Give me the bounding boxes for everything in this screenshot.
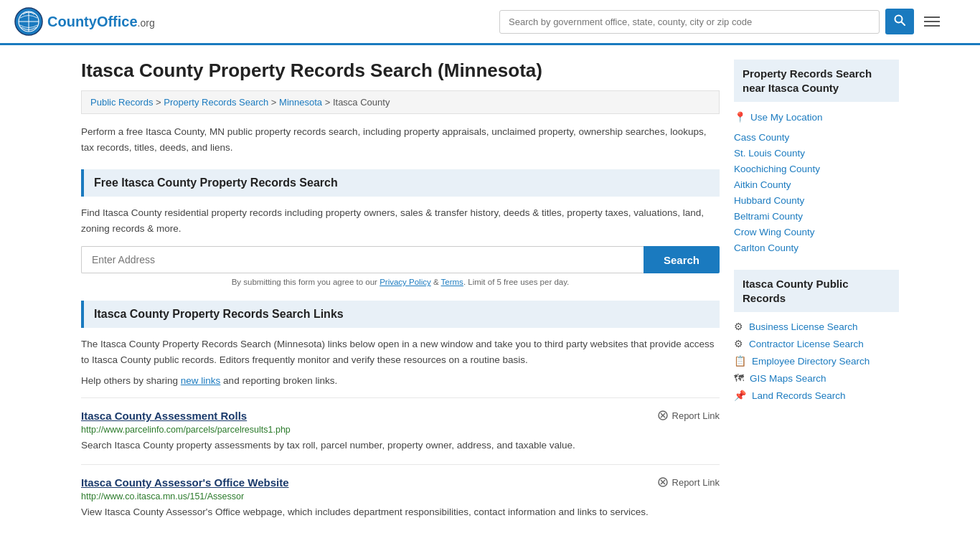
- employee-icon: 📋: [734, 355, 746, 367]
- list-item: Crow Wing County: [734, 224, 899, 240]
- list-item: ⚙ Contractor License Search: [734, 335, 899, 352]
- logo-text: CountyOffice.org: [47, 14, 155, 30]
- nearby-county-crowwing[interactable]: Crow Wing County: [734, 227, 815, 237]
- link-assessment-rolls[interactable]: Itasca County Assessment Rolls: [81, 410, 247, 422]
- gear-icon: ⚙: [734, 321, 743, 332]
- list-item: Carlton County: [734, 240, 899, 255]
- menu-button[interactable]: [920, 12, 944, 31]
- link-url-0: http://www.parcelinfo.com/parcels/parcel…: [81, 425, 720, 435]
- contractor-license-link[interactable]: Contractor License Search: [749, 339, 864, 349]
- list-item: St. Louis County: [734, 145, 899, 161]
- free-search-description: Find Itasca County residential property …: [81, 205, 720, 236]
- free-search-section: Free Itasca County Property Records Sear…: [81, 169, 720, 286]
- breadcrumb-property-records[interactable]: Property Records Search: [164, 97, 268, 108]
- address-input[interactable]: [81, 246, 644, 273]
- link-item-title: Itasca County Assessor's Office Website: [81, 476, 289, 489]
- location-pin-icon: 📍: [734, 111, 746, 123]
- header: CountyOffice.org: [0, 0, 980, 45]
- nearby-county-cass[interactable]: Cass County: [734, 132, 789, 143]
- nearby-county-koochiching[interactable]: Koochiching County: [734, 164, 820, 174]
- logo-icon: [14, 7, 43, 36]
- gis-maps-link[interactable]: GIS Maps Search: [750, 373, 826, 384]
- list-item: 📌 Land Records Search: [734, 387, 899, 404]
- list-item: Cass County: [734, 129, 899, 145]
- new-links-link[interactable]: new links: [181, 375, 221, 386]
- links-section: Itasca County Property Records Search Li…: [81, 301, 720, 531]
- main-container: Itasca County Property Records Search (M…: [67, 45, 913, 551]
- link-item: Itasca County Assessor's Office Website …: [81, 464, 720, 531]
- land-records-icon: 📌: [734, 390, 746, 401]
- public-records-list: ⚙ Business License Search ⚙ Contractor L…: [734, 318, 899, 404]
- list-item: Beltrami County: [734, 208, 899, 224]
- report-link-button-1[interactable]: Report Link: [657, 476, 720, 488]
- public-records-section-header: Itasca County Public Records: [734, 270, 899, 312]
- search-form-area: Search By submitting this form you agree…: [81, 246, 720, 286]
- breadcrumb-current: Itasca County: [333, 97, 390, 108]
- report-label-0: Report Link: [672, 410, 720, 421]
- terms-link[interactable]: Terms: [441, 278, 463, 286]
- link-item-header: Itasca County Assessor's Office Website …: [81, 476, 720, 489]
- page-title: Itasca County Property Records Search (M…: [81, 60, 720, 82]
- list-item: Aitkin County: [734, 176, 899, 192]
- link-item-title: Itasca County Assessment Rolls: [81, 410, 247, 422]
- free-search-header: Free Itasca County Property Records Sear…: [81, 169, 720, 197]
- list-item: Koochiching County: [734, 161, 899, 176]
- content: Itasca County Property Records Search (M…: [81, 60, 720, 545]
- map-icon: 🗺: [734, 372, 744, 384]
- list-item: 🗺 GIS Maps Search: [734, 369, 899, 387]
- search-bar-area: [499, 9, 944, 34]
- page-description: Perform a free Itasca County, MN public …: [81, 124, 720, 155]
- nearby-county-stlouis[interactable]: St. Louis County: [734, 148, 805, 159]
- link-desc-0: Search Itasca County property assessment…: [81, 438, 720, 453]
- report-link-button-0[interactable]: Report Link: [657, 410, 720, 421]
- links-section-header: Itasca County Property Records Search Li…: [81, 301, 720, 328]
- links-description: The Itasca County Property Records Searc…: [81, 336, 720, 367]
- link-assessor-office[interactable]: Itasca County Assessor's Office Website: [81, 476, 289, 489]
- header-search-button[interactable]: [885, 9, 914, 34]
- link-item-header: Itasca County Assessment Rolls Report Li…: [81, 410, 720, 422]
- link-item: Itasca County Assessment Rolls Report Li…: [81, 397, 720, 464]
- breadcrumb-minnesota[interactable]: Minnesota: [279, 97, 322, 108]
- breadcrumb-public-records[interactable]: Public Records: [90, 97, 153, 108]
- nearby-county-beltrami[interactable]: Beltrami County: [734, 211, 803, 222]
- svg-line-5: [902, 22, 905, 26]
- business-license-link[interactable]: Business License Search: [749, 321, 858, 332]
- nearby-county-aitkin[interactable]: Aitkin County: [734, 179, 791, 190]
- privacy-policy-link[interactable]: Privacy Policy: [380, 278, 431, 286]
- nearby-section-header: Property Records Search near Itasca Coun…: [734, 60, 899, 102]
- report-label-1: Report Link: [672, 477, 720, 488]
- land-records-link[interactable]: Land Records Search: [752, 390, 846, 401]
- nearby-counties-list: Cass County St. Louis County Koochiching…: [734, 129, 899, 255]
- search-form: Search: [81, 246, 720, 273]
- share-links: Help others by sharing new links and rep…: [81, 375, 720, 386]
- link-url-1: http://www.co.itasca.mn.us/151/Assessor: [81, 491, 720, 501]
- search-button[interactable]: Search: [644, 246, 720, 273]
- list-item: Hubbard County: [734, 192, 899, 208]
- list-item: ⚙ Business License Search: [734, 318, 899, 335]
- use-my-location-link[interactable]: Use My Location: [750, 112, 823, 123]
- sidebar: Property Records Search near Itasca Coun…: [734, 60, 899, 545]
- gear-icon: ⚙: [734, 338, 743, 349]
- link-desc-1: View Itasca County Assessor's Office web…: [81, 505, 720, 519]
- nearby-county-hubbard[interactable]: Hubbard County: [734, 195, 804, 206]
- use-location: 📍 Use My Location: [734, 108, 899, 126]
- form-disclaimer: By submitting this form you agree to our…: [81, 278, 720, 286]
- breadcrumb: Public Records > Property Records Search…: [81, 90, 720, 114]
- header-search-input[interactable]: [499, 10, 880, 34]
- list-item: 📋 Employee Directory Search: [734, 352, 899, 369]
- employee-directory-link[interactable]: Employee Directory Search: [752, 356, 870, 367]
- nearby-county-carlton[interactable]: Carlton County: [734, 242, 798, 253]
- logo-area: CountyOffice.org: [14, 7, 155, 36]
